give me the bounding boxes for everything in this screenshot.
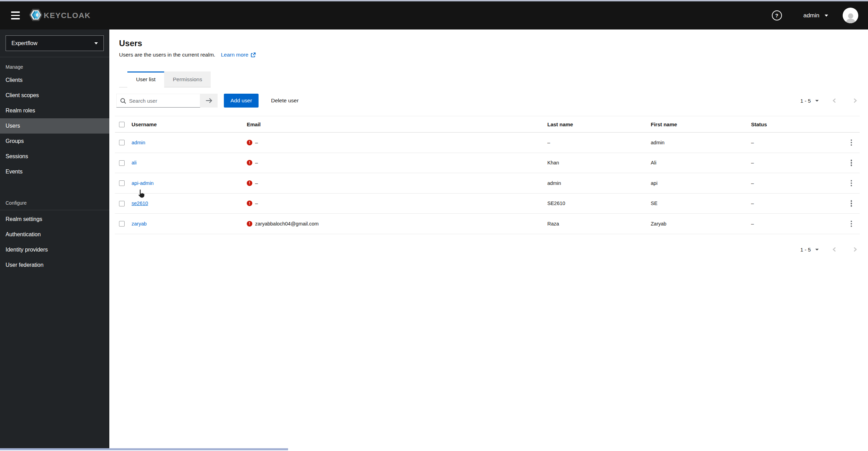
first-name-value: api [651, 173, 751, 194]
username-link[interactable]: se2610 [132, 201, 148, 206]
email-warning-icon: ! [247, 180, 252, 186]
status-value: – [751, 193, 838, 214]
column-header-last-name: Last name [547, 116, 651, 133]
row-checkbox[interactable] [119, 221, 125, 227]
user-menu-label: admin [803, 12, 819, 19]
column-header-username: Username [132, 116, 247, 133]
arrow-right-icon [205, 98, 213, 103]
page-description-text: Users are the users in the current realm… [119, 51, 215, 58]
sidebar: Expertflow Manage Clients Client scopes … [0, 29, 109, 448]
last-name-value: Khan [547, 153, 651, 173]
status-value: – [751, 133, 838, 153]
select-all-checkbox[interactable] [119, 122, 125, 127]
pagination-range-dropdown[interactable]: 1 - 5 [798, 245, 821, 255]
tab-user-list[interactable]: User list [127, 71, 164, 87]
sidebar-item-clients[interactable]: Clients [0, 73, 109, 88]
table-row: ali !– Khan Ali – [115, 153, 860, 173]
search-submit-button[interactable] [200, 94, 218, 108]
username-link[interactable]: api-admin [132, 180, 154, 186]
row-actions-kebab-icon[interactable] [848, 198, 855, 209]
sidebar-item-events[interactable]: Events [0, 164, 109, 179]
row-actions-kebab-icon[interactable] [848, 137, 855, 148]
keycloak-admin-console: KEYCLOAK ? admin Expertflow Manage Cli [0, 0, 868, 451]
sidebar-item-users[interactable]: Users [0, 118, 109, 134]
tab-permissions[interactable]: Permissions [164, 71, 211, 87]
help-icon[interactable]: ? [772, 10, 782, 20]
keycloak-logo: KEYCLOAK [29, 8, 91, 23]
search-icon [120, 98, 126, 104]
caret-down-icon [825, 15, 828, 17]
caret-down-icon [815, 249, 819, 250]
chevron-right-icon [853, 98, 858, 103]
add-user-button[interactable]: Add user [224, 94, 259, 108]
nav-toggle-button[interactable] [10, 9, 21, 22]
page-title: Users [119, 39, 858, 48]
search-field [116, 94, 200, 108]
sidebar-item-client-scopes[interactable]: Client scopes [0, 88, 109, 103]
keycloak-logo-text: KEYCLOAK [44, 11, 91, 20]
row-actions-kebab-icon[interactable] [848, 158, 855, 169]
table-row: api-admin !– admin api – [115, 173, 860, 194]
last-name-value: admin [547, 173, 651, 194]
row-actions-kebab-icon[interactable] [848, 218, 855, 229]
sidebar-item-realm-roles[interactable]: Realm roles [0, 103, 109, 118]
caret-down-icon [815, 100, 819, 102]
column-header-email: Email [247, 116, 547, 133]
caret-down-icon [94, 42, 98, 44]
email-warning-icon: ! [247, 201, 252, 206]
email-value: – [255, 180, 258, 186]
row-actions-kebab-icon[interactable] [848, 178, 855, 189]
email-value: zaryabbaloch04@gmail.com [255, 221, 319, 227]
row-checkbox[interactable] [119, 201, 125, 206]
last-name-value: SE2610 [547, 193, 651, 214]
row-checkbox[interactable] [119, 140, 125, 145]
external-link-icon [251, 52, 256, 58]
sidebar-item-realm-settings[interactable]: Realm settings [0, 212, 109, 227]
username-link[interactable]: zaryab [132, 221, 147, 227]
chevron-left-icon [832, 247, 836, 252]
masthead: KEYCLOAK ? admin [0, 1, 868, 29]
column-header-status: Status [751, 116, 838, 133]
sidebar-item-groups[interactable]: Groups [0, 134, 109, 149]
first-name-value: Zaryab [651, 214, 751, 234]
sidebar-item-user-federation[interactable]: User federation [0, 257, 109, 273]
username-link[interactable]: ali [132, 160, 137, 165]
status-value: – [751, 173, 838, 194]
last-name-value: – [547, 133, 651, 153]
pagination-next-button[interactable] [851, 245, 860, 254]
search-group [116, 94, 218, 108]
window-top-edge [0, 0, 868, 1]
sidebar-item-authentication[interactable]: Authentication [0, 227, 109, 242]
realm-selector-value: Expertflow [11, 40, 37, 46]
learn-more-link[interactable]: Learn more [221, 51, 255, 58]
first-name-value: SE [651, 193, 751, 214]
table-header-row: Username Email Last name First name Stat… [115, 116, 860, 133]
window-bottom-edge [0, 448, 288, 450]
email-value: – [255, 160, 258, 165]
avatar[interactable] [843, 8, 858, 23]
first-name-value: Ali [651, 153, 751, 173]
username-link[interactable]: admin [132, 140, 145, 145]
page-description: Users are the users in the current realm… [119, 51, 858, 58]
status-value: – [751, 153, 838, 173]
realm-selector[interactable]: Expertflow [6, 35, 104, 51]
delete-user-button[interactable]: Delete user [264, 94, 305, 108]
sidebar-item-sessions[interactable]: Sessions [0, 149, 109, 164]
email-warning-icon: ! [247, 160, 252, 165]
row-checkbox[interactable] [119, 160, 125, 166]
email-value: – [255, 201, 258, 206]
sidebar-section-title: Manage [0, 57, 109, 73]
user-menu-dropdown[interactable]: admin [803, 12, 828, 19]
pagination-next-button[interactable] [851, 96, 860, 105]
chevron-right-icon [853, 247, 858, 252]
pagination-range-dropdown[interactable]: 1 - 5 [798, 96, 821, 106]
sidebar-item-identity-providers[interactable]: Identity providers [0, 242, 109, 257]
search-input[interactable] [117, 94, 200, 107]
keycloak-logo-icon [29, 8, 43, 23]
row-checkbox[interactable] [119, 180, 125, 186]
page-header: Users Users are the users in the current… [109, 29, 868, 58]
pagination-prev-button[interactable] [830, 245, 838, 254]
pagination-prev-button[interactable] [830, 96, 838, 105]
main-content: Users Users are the users in the current… [109, 29, 868, 448]
status-value: – [751, 214, 838, 234]
